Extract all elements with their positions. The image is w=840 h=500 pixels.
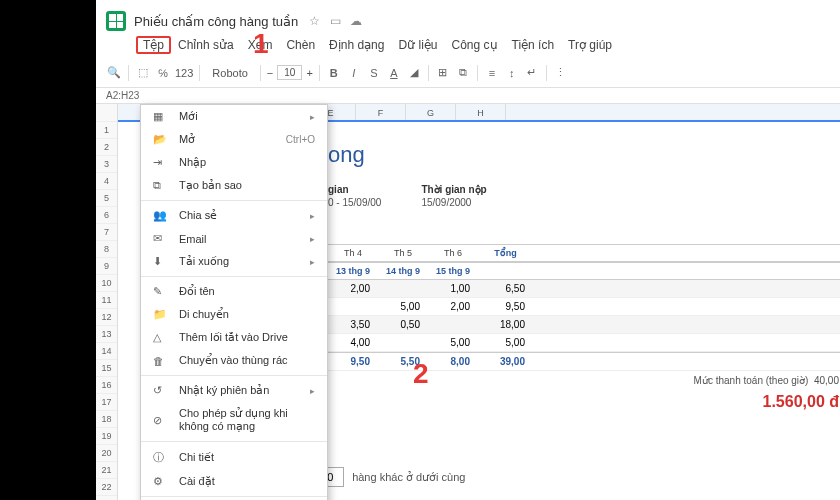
menu-move[interactable]: 📁Di chuyển xyxy=(141,303,327,326)
font-size[interactable]: 10 xyxy=(277,65,302,80)
folder-icon[interactable]: ▭ xyxy=(330,14,341,28)
row-header[interactable]: 19 xyxy=(96,428,117,445)
wrap-icon[interactable]: ↵ xyxy=(524,65,540,81)
menu-trash[interactable]: 🗑Chuyển vào thùng rác xyxy=(141,349,327,372)
menu-file[interactable]: Tệp xyxy=(136,36,171,54)
cell[interactable]: 0,50 xyxy=(378,319,428,330)
align-icon[interactable]: ≡ xyxy=(484,65,500,81)
cell[interactable] xyxy=(378,283,428,294)
valign-icon[interactable]: ↕ xyxy=(504,65,520,81)
cell[interactable]: 5,00 xyxy=(428,337,478,348)
cell[interactable]: 2,00 xyxy=(328,283,378,294)
cell[interactable]: 2,00 xyxy=(428,301,478,312)
row-header[interactable]: 14 xyxy=(96,343,117,360)
drive-icon: △ xyxy=(153,331,171,344)
menu-insert[interactable]: Chèn xyxy=(279,36,322,54)
menu-rename[interactable]: ✎Đổi tên xyxy=(141,280,327,303)
text-color-icon[interactable]: A xyxy=(386,65,402,81)
row-header[interactable]: 8 xyxy=(96,241,117,258)
day-header: Th 5 xyxy=(378,248,428,258)
menu-open[interactable]: 📂MởCtrl+O xyxy=(141,128,327,151)
menu-offline[interactable]: ⊘Cho phép sử dụng khi không có mạng xyxy=(141,402,327,438)
row-header[interactable]: 20 xyxy=(96,445,117,462)
strike-icon[interactable]: S xyxy=(366,65,382,81)
row-header[interactable]: 15 xyxy=(96,360,117,377)
menu-email[interactable]: ✉Email▸ xyxy=(141,227,327,250)
menu-format[interactable]: Định dạng xyxy=(322,36,391,54)
menu-shortcut[interactable]: △Thêm lối tắt vào Drive xyxy=(141,326,327,349)
borders-icon[interactable]: ⊞ xyxy=(435,65,451,81)
col-header[interactable]: F xyxy=(356,104,406,120)
menu-details[interactable]: ⓘChi tiết xyxy=(141,445,327,470)
row-header[interactable]: 18 xyxy=(96,411,117,428)
cell[interactable]: 6,50 xyxy=(478,283,533,294)
font-inc-icon[interactable]: + xyxy=(306,67,312,79)
submit-label: Thời gian nộp xyxy=(421,184,486,195)
cell[interactable]: 3,50 xyxy=(328,319,378,330)
menu-download[interactable]: ⬇Tải xuống▸ xyxy=(141,250,327,273)
total-header: Tổng xyxy=(478,248,533,258)
col-header[interactable]: G xyxy=(406,104,456,120)
cell[interactable]: 8,00 xyxy=(428,356,478,367)
format-icon[interactable]: ⬚ xyxy=(135,65,151,81)
row-header[interactable]: 13 xyxy=(96,326,117,343)
cell[interactable]: 4,00 xyxy=(328,337,378,348)
rename-icon: ✎ xyxy=(153,285,171,298)
spreadsheet-content[interactable]: ong gian0 - 15/09/00 Thời gian nộp15/09/… xyxy=(328,122,840,414)
row-header[interactable]: 7 xyxy=(96,224,117,241)
cell[interactable] xyxy=(378,337,428,348)
menu-edit[interactable]: Chỉnh sửa xyxy=(171,36,241,54)
cell[interactable]: 9,50 xyxy=(328,356,378,367)
row-header[interactable]: 22 xyxy=(96,479,117,496)
row-header[interactable]: 12 xyxy=(96,309,117,326)
fill-color-icon[interactable]: ◢ xyxy=(406,65,422,81)
col-header[interactable]: H xyxy=(456,104,506,120)
zoom-level[interactable]: 123 xyxy=(175,67,193,79)
menu-import[interactable]: ⇥Nhập xyxy=(141,151,327,174)
menu-data[interactable]: Dữ liệu xyxy=(391,36,444,54)
row-header[interactable]: 5 xyxy=(96,190,117,207)
row-header[interactable]: 3 xyxy=(96,156,117,173)
cell[interactable]: 39,00 xyxy=(478,356,533,367)
cell[interactable]: 5,00 xyxy=(378,301,428,312)
italic-icon[interactable]: I xyxy=(346,65,362,81)
more-icon[interactable]: ⋮ xyxy=(553,65,569,81)
row-header[interactable]: 6 xyxy=(96,207,117,224)
percent-icon[interactable]: ℅ xyxy=(155,65,171,81)
row-header[interactable]: 2 xyxy=(96,139,117,156)
cell[interactable] xyxy=(428,319,478,330)
menu-help[interactable]: Trợ giúp xyxy=(561,36,619,54)
search-icon[interactable]: 🔍 xyxy=(106,65,122,81)
cell[interactable] xyxy=(328,301,378,312)
row-header[interactable]: 9 xyxy=(96,258,117,275)
menu-make-copy[interactable]: ⧉Tạo bản sao xyxy=(141,174,327,197)
cell[interactable]: 5,00 xyxy=(478,337,533,348)
menu-share[interactable]: 👥Chia sẻ▸ xyxy=(141,204,327,227)
menu-tools[interactable]: Công cụ xyxy=(444,36,504,54)
menu-extensions[interactable]: Tiện ích xyxy=(505,36,562,54)
merge-icon[interactable]: ⧉ xyxy=(455,65,471,81)
row-header[interactable]: 1 xyxy=(96,122,117,139)
menu-new[interactable]: ▦Mới▸ xyxy=(141,105,327,128)
star-icon[interactable]: ☆ xyxy=(309,14,320,28)
menubar: Tệp Chỉnh sửa Xem Chèn Định dạng Dữ liệu… xyxy=(96,36,840,58)
bold-icon[interactable]: B xyxy=(326,65,342,81)
font-select[interactable]: Roboto xyxy=(206,67,253,79)
cell[interactable]: 9,50 xyxy=(478,301,533,312)
row-header[interactable]: 16 xyxy=(96,377,117,394)
copy-icon: ⧉ xyxy=(153,179,171,192)
document-title[interactable]: Phiếu chấm công hàng tuần xyxy=(134,14,298,29)
row-header[interactable]: 23 xyxy=(96,496,117,500)
row-header[interactable]: 17 xyxy=(96,394,117,411)
cell[interactable]: 1,00 xyxy=(428,283,478,294)
row-header[interactable]: 10 xyxy=(96,275,117,292)
row-header[interactable]: 11 xyxy=(96,292,117,309)
cloud-icon[interactable]: ☁ xyxy=(350,14,362,28)
font-dec-icon[interactable]: − xyxy=(267,67,273,79)
cell[interactable]: 18,00 xyxy=(478,319,533,330)
row-header[interactable]: 4 xyxy=(96,173,117,190)
row-header[interactable]: 21 xyxy=(96,462,117,479)
menu-version-history[interactable]: ↺Nhật ký phiên bản▸ xyxy=(141,379,327,402)
name-box[interactable]: A2:H23 xyxy=(96,88,840,104)
menu-settings[interactable]: ⚙Cài đặt xyxy=(141,470,327,493)
